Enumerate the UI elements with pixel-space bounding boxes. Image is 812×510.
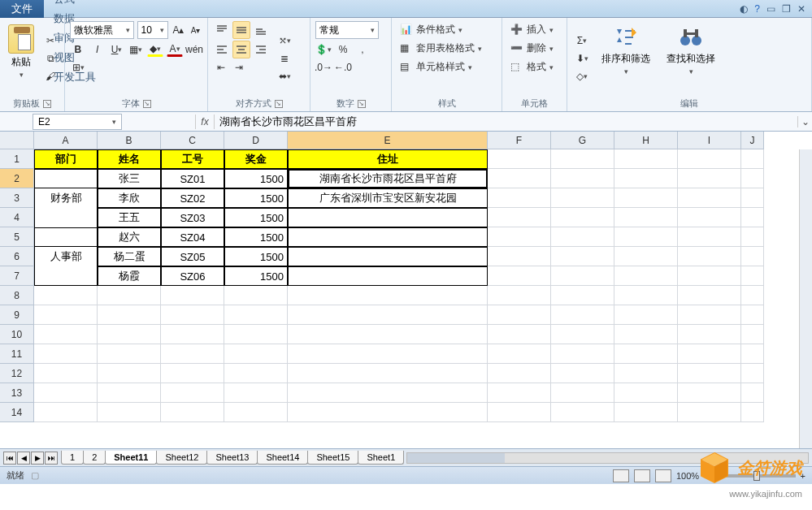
font-color-button[interactable]: A▾ — [167, 42, 183, 57]
cell[interactable] — [614, 383, 678, 403]
cell[interactable] — [161, 403, 224, 422]
cell[interactable] — [34, 208, 98, 227]
cell[interactable] — [678, 227, 741, 247]
ribbon-tab[interactable]: 公式 — [44, 0, 106, 9]
sheet-tab[interactable]: Sheet14 — [257, 451, 308, 465]
cell[interactable]: 姓名 — [98, 149, 161, 169]
name-box[interactable]: E2▾ — [33, 114, 122, 130]
cell[interactable] — [614, 188, 678, 208]
cell[interactable] — [488, 403, 551, 422]
cell[interactable] — [224, 403, 288, 422]
font-size-combo[interactable]: 10▾ — [137, 21, 168, 39]
delete-cells-button[interactable]: ➖删除▾ — [507, 40, 562, 57]
cell[interactable]: 部门 — [34, 149, 98, 169]
row-header[interactable]: 9 — [0, 305, 34, 325]
italic-button[interactable]: I — [89, 42, 106, 57]
cell[interactable] — [678, 305, 741, 325]
cell[interactable] — [551, 286, 614, 305]
decrease-font-button[interactable]: A▾ — [189, 23, 202, 37]
cell[interactable]: SZ01 — [161, 169, 224, 188]
insert-cells-button[interactable]: ➕插入▾ — [507, 21, 562, 38]
cell[interactable] — [288, 325, 488, 344]
zoom-level[interactable]: 100% — [676, 471, 699, 481]
align-middle-button[interactable] — [232, 21, 250, 39]
cell[interactable] — [614, 208, 678, 227]
cell[interactable]: 住址 — [288, 149, 488, 169]
fill-color-button[interactable]: ◆▾ — [147, 42, 163, 57]
row-header[interactable]: 2 — [0, 169, 34, 188]
cell[interactable] — [678, 188, 741, 208]
sheet-tab[interactable]: Sheet15 — [307, 451, 358, 465]
minimize-ribbon-icon[interactable]: ▭ — [766, 3, 775, 15]
copy-button[interactable]: ⧉ — [42, 51, 59, 66]
last-sheet-button[interactable]: ⏭ — [45, 452, 58, 465]
row-header[interactable]: 10 — [0, 325, 34, 344]
cell[interactable] — [551, 208, 614, 227]
row-header[interactable]: 4 — [0, 208, 34, 227]
row-header[interactable]: 12 — [0, 364, 34, 383]
cell[interactable] — [161, 325, 224, 344]
close-window-icon[interactable]: ✕ — [797, 3, 805, 15]
cell[interactable] — [288, 305, 488, 325]
cell[interactable] — [34, 403, 98, 422]
cell[interactable] — [98, 403, 161, 422]
cell[interactable] — [34, 227, 98, 247]
clipboard-dialog-launcher[interactable]: ↘ — [43, 100, 51, 108]
number-dialog-launcher[interactable]: ↘ — [358, 100, 366, 108]
align-right-button[interactable] — [252, 41, 270, 58]
border-button[interactable]: ▦▾ — [128, 42, 144, 57]
cell[interactable] — [741, 344, 764, 364]
number-format-combo[interactable]: 常规▾ — [315, 21, 379, 39]
clear-button[interactable]: ◇▾ — [574, 69, 590, 84]
accounting-format-button[interactable]: 💲▾ — [315, 42, 332, 57]
cell[interactable] — [488, 364, 551, 383]
column-header[interactable]: D — [224, 132, 288, 149]
cell[interactable]: SZ05 — [161, 247, 224, 266]
cell[interactable] — [488, 266, 551, 286]
cell[interactable] — [98, 286, 161, 305]
cell[interactable] — [98, 364, 161, 383]
cell[interactable] — [34, 364, 98, 383]
align-center-button[interactable] — [232, 41, 250, 58]
format-cells-button[interactable]: ⬚格式▾ — [507, 58, 562, 76]
cell[interactable] — [488, 286, 551, 305]
select-all-corner[interactable] — [0, 132, 34, 149]
percent-format-button[interactable]: % — [335, 42, 351, 57]
fill-button[interactable]: ⬇▾ — [574, 51, 590, 66]
cell[interactable] — [551, 227, 614, 247]
cell[interactable] — [614, 364, 678, 383]
cell[interactable] — [224, 286, 288, 305]
prev-sheet-button[interactable]: ◀ — [17, 452, 30, 465]
cell[interactable] — [488, 208, 551, 227]
cell[interactable] — [678, 325, 741, 344]
cell[interactable]: 1500 — [224, 266, 288, 286]
cell[interactable] — [224, 344, 288, 364]
cell[interactable] — [161, 286, 224, 305]
column-header[interactable]: A — [34, 132, 98, 149]
cell[interactable]: 财务部 — [34, 188, 98, 208]
customize-icon[interactable]: ◐ — [740, 3, 748, 15]
cell[interactable] — [161, 383, 224, 403]
cell[interactable] — [161, 364, 224, 383]
cell[interactable]: 1500 — [224, 169, 288, 188]
cell[interactable] — [488, 344, 551, 364]
cell[interactable] — [98, 325, 161, 344]
cell[interactable]: 湖南省长沙市雨花区昌平首府 — [288, 169, 488, 188]
cell[interactable] — [678, 286, 741, 305]
cell[interactable]: SZ06 — [161, 266, 224, 286]
next-sheet-button[interactable]: ▶ — [31, 452, 44, 465]
macro-record-icon[interactable]: ▢ — [31, 470, 39, 481]
cell[interactable] — [34, 383, 98, 403]
phonetic-button[interactable]: wén — [186, 42, 202, 57]
cell[interactable] — [34, 325, 98, 344]
cell[interactable] — [551, 305, 614, 325]
cell[interactable]: 1500 — [224, 247, 288, 266]
cell[interactable] — [741, 403, 764, 422]
cell[interactable] — [678, 403, 741, 422]
column-header[interactable]: H — [614, 132, 678, 149]
conditional-format-button[interactable]: 📊条件格式▾ — [397, 21, 497, 38]
cell[interactable] — [288, 344, 488, 364]
format-painter-button[interactable]: 🖌 — [42, 69, 59, 84]
cell[interactable] — [614, 266, 678, 286]
cell[interactable] — [288, 227, 488, 247]
